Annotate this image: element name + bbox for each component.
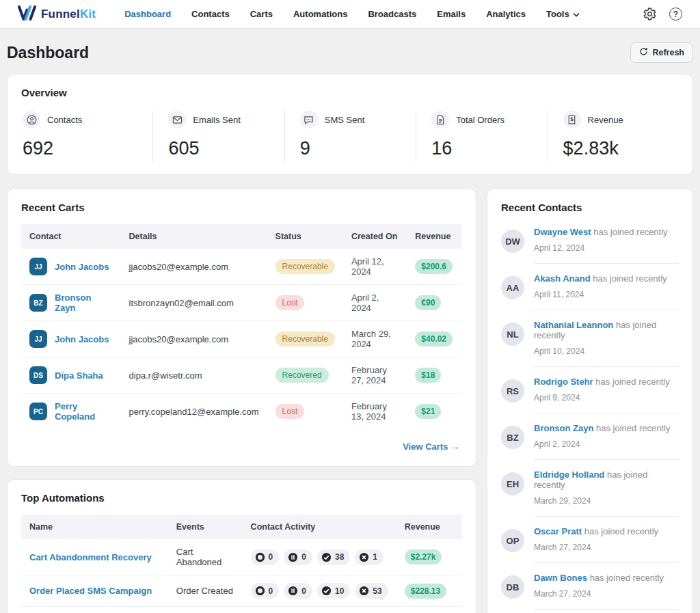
nav-item-analytics[interactable]: Analytics	[486, 9, 526, 19]
cart-contact-link[interactable]: Dipa Shaha	[55, 370, 103, 381]
status-badge: Recoverable	[275, 259, 335, 274]
nav-item-emails[interactable]: Emails	[437, 9, 466, 19]
contact-joined-date: April 10, 2024	[534, 346, 679, 356]
cart-contact-link[interactable]: Perry Copeland	[55, 401, 113, 422]
avatar: JJ	[29, 330, 47, 348]
stat-value: 605	[168, 138, 277, 159]
overview-stats: Contacts692Emails Sent605SMS Sent9Total …	[21, 111, 679, 162]
activity-pill-active: 0	[251, 549, 280, 565]
failed-status-icon	[359, 552, 369, 562]
contact-joined-date: April 9, 2024	[534, 393, 679, 403]
completed-status-icon	[321, 586, 332, 596]
contact-joined-date: March 29, 2024	[534, 496, 679, 506]
main-nav: DashboardContactsCartsAutomationsBroadca…	[124, 9, 579, 19]
stat-value: 16	[431, 138, 540, 159]
stat-contacts: Contacts692	[21, 111, 152, 162]
automation-name-link[interactable]: Cart Abandonment Recovery	[29, 552, 152, 562]
stat-label: SMS Sent	[325, 115, 365, 125]
joined-text: has joined recently	[591, 273, 667, 284]
cart-row: BZBronson Zaynitsbronzayn02@email.comLos…	[21, 285, 462, 321]
recent-contact-item: DBDawn Bones has joined recentlyMarch 27…	[501, 563, 679, 610]
nav-item-tools[interactable]: Tools	[546, 9, 580, 19]
nav-item-broadcasts[interactable]: Broadcasts	[368, 9, 416, 19]
nav-item-dashboard[interactable]: Dashboard	[124, 9, 171, 19]
settings-gear-icon[interactable]	[643, 7, 657, 21]
recent-contacts-card: Recent Contacts DWDwayne West has joined…	[487, 189, 693, 613]
avatar: JJ	[29, 258, 47, 275]
paused-status-icon	[288, 586, 298, 596]
contact-name-link[interactable]: Bronson Zayn	[534, 423, 593, 433]
automation-row: Order Placed SMS CampaignOrder Created00…	[21, 575, 462, 607]
cart-revenue-badge: €90	[415, 295, 441, 310]
activity-count: 0	[301, 586, 306, 596]
sms-icon	[300, 111, 318, 128]
refresh-button[interactable]: Refresh	[630, 42, 693, 63]
contact-name-link[interactable]: Eldridge Holland	[534, 469, 604, 480]
contacts-icon	[23, 111, 40, 128]
stat-sms-sent: SMS Sent9	[284, 111, 416, 162]
avatar: PC	[29, 403, 47, 420]
stat-label: Emails Sent	[193, 115, 240, 125]
contact-name-link[interactable]: Rodrigo Stehr	[534, 377, 593, 387]
contact-name-link[interactable]: Nathanial Leannon	[534, 320, 613, 330]
contact-joined-date: March 27, 2024	[534, 589, 679, 599]
stat-label: Revenue	[588, 115, 623, 125]
stat-total-orders: Total Orders16	[416, 111, 547, 162]
nav-item-carts[interactable]: Carts	[250, 9, 273, 19]
status-badge: Recoverable	[275, 331, 335, 346]
cart-email: jjacobs20@example.com	[121, 249, 267, 285]
recent-contacts-title: Recent Contacts	[501, 202, 679, 213]
recent-contact-item: OPOscar Pratt has joined recentlyMarch 2…	[501, 517, 679, 563]
cart-contact-link[interactable]: John Jacobs	[55, 334, 109, 344]
top-automations-table: NameEventsContact ActivityRevenue Cart A…	[21, 515, 462, 613]
cart-contact-link[interactable]: Bronson Zayn	[55, 292, 113, 313]
activity-pill-failed: 1	[355, 549, 383, 565]
refresh-icon	[639, 47, 648, 58]
contact-joined-date: March 27, 2024	[534, 543, 679, 552]
view-carts-link[interactable]: View Carts →	[403, 441, 459, 452]
paused-status-icon	[288, 552, 298, 562]
contact-name-link[interactable]: Oscar Pratt	[534, 526, 582, 536]
stat-value: 9	[300, 138, 409, 159]
automation-event: Cart Abandoned	[168, 607, 243, 613]
recent-contact-item: AAAkash Anand has joined recentlyApril 1…	[501, 264, 679, 310]
contact-name-link[interactable]: Dwayne West	[534, 227, 591, 237]
contact-name-link[interactable]: Dawn Bones	[534, 573, 587, 583]
page-title: Dashboard	[7, 44, 89, 62]
activity-count: 0	[269, 586, 273, 596]
automation-revenue-badge: $228.13	[405, 584, 446, 599]
joined-text: has joined recently	[582, 526, 658, 536]
avatar: BZ	[29, 294, 47, 312]
automations-header-row: NameEventsContact ActivityRevenue	[21, 515, 462, 539]
recent-carts-table: ContactDetailsStatusCreated OnRevenue JJ…	[21, 224, 462, 429]
automation-revenue-badge: $2.27k	[405, 549, 442, 564]
contact-joined-date: April 2, 2024	[534, 439, 679, 449]
nav-item-contacts[interactable]: Contacts	[191, 9, 230, 19]
activity-count: 10	[335, 586, 344, 596]
nav-item-automations[interactable]: Automations	[293, 9, 347, 19]
activity-pill-failed: 53	[355, 583, 388, 599]
stat-revenue: Revenue$2.83k	[548, 111, 679, 162]
page-header: Dashboard Refresh	[0, 29, 700, 74]
activity-count: 0	[269, 552, 273, 562]
contact-name-link[interactable]: Akash Anand	[534, 273, 591, 284]
funnelkit-logo[interactable]: FunnelKit	[18, 5, 96, 23]
help-icon[interactable]: ?	[669, 8, 682, 21]
cart-email: dipa.r@wisetr.com	[121, 357, 267, 394]
cart-row: DSDipa Shahadipa.r@wisetr.comRecoveredFe…	[21, 357, 462, 394]
avatar: BZ	[501, 426, 524, 449]
cart-contact-link[interactable]: John Jacobs	[55, 262, 109, 272]
column-header-revenue: Revenue	[407, 224, 462, 249]
activity-pill-completed: 10	[317, 583, 350, 599]
status-badge: Lost	[275, 404, 305, 419]
avatar: RS	[501, 379, 524, 403]
automation-name-link[interactable]: Order Placed SMS Campaign	[29, 586, 152, 596]
column-header-revenue: Revenue	[396, 515, 462, 539]
contact-joined-date: April 11, 2024	[534, 290, 679, 299]
activity-count: 38	[335, 552, 344, 562]
cart-created-on: April 2, 2024	[343, 285, 407, 321]
contact-activity: 001053	[251, 583, 388, 599]
recent-contact-item: NLNathanial Leannon has joined recentlyA…	[501, 310, 679, 367]
active-status-icon	[255, 552, 265, 562]
activity-pill-paused: 0	[284, 583, 312, 599]
